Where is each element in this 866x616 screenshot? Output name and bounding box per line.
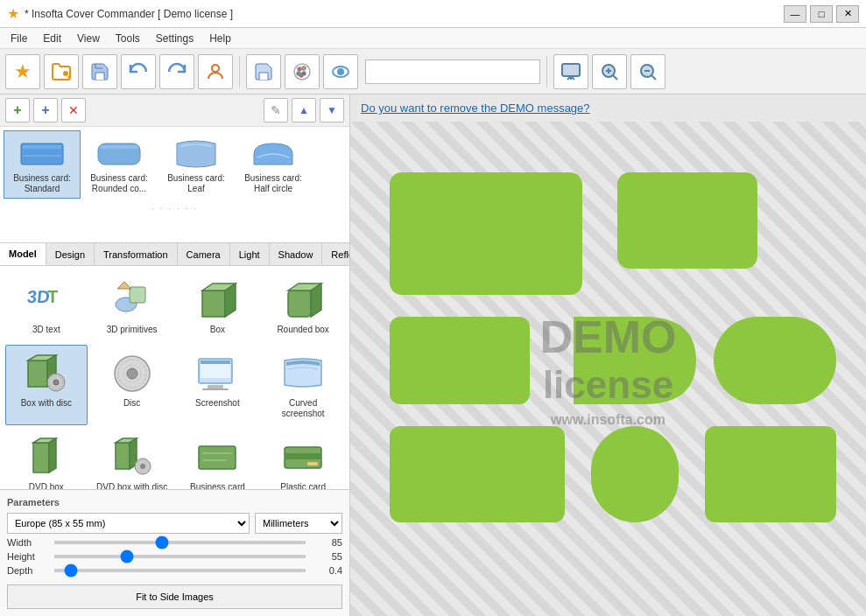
preview-button[interactable] xyxy=(323,54,358,89)
tab-design[interactable]: Design xyxy=(46,243,95,265)
svg-marker-53 xyxy=(49,438,56,472)
template-item-standard[interactable]: Business card: Standard xyxy=(4,130,81,199)
template-label-leaf: Business card: Leaf xyxy=(162,173,230,194)
depth-slider[interactable] xyxy=(54,569,306,572)
model-label-dvdbox: DVD box xyxy=(10,482,83,489)
tab-reflection[interactable]: Reflection xyxy=(322,243,349,265)
zoom-out-button[interactable] xyxy=(630,54,665,89)
open-button[interactable] xyxy=(44,54,79,89)
add-green-button[interactable]: + xyxy=(5,98,30,122)
template-item-halfcircle[interactable]: Business card: Half circle xyxy=(235,130,312,199)
size-select[interactable]: Europe (85 x 55 mm) Standard (90 x 50 mm… xyxy=(7,513,250,534)
unit-select[interactable]: Millimeters Inches Pixels xyxy=(255,513,342,534)
model-label-disc: Disc xyxy=(95,398,169,409)
model-label-dvdboxdisc: DVD box with disc xyxy=(95,482,169,489)
undo-button[interactable] xyxy=(121,54,156,89)
title-bar: ★ * Insofta Cover Commander [ Demo licen… xyxy=(0,0,866,28)
toolbar-separator-2 xyxy=(546,56,547,88)
model-item-dvdbox[interactable]: DVD box xyxy=(5,429,88,489)
redo-button[interactable] xyxy=(159,54,194,89)
fit-to-side-button[interactable]: Fit to Side Images xyxy=(7,584,342,609)
toolbar: ★ xyxy=(0,49,866,94)
menu-settings[interactable]: Settings xyxy=(149,31,201,46)
model-item-roundedbox[interactable]: Rounded box xyxy=(262,271,344,341)
svg-point-10 xyxy=(338,69,343,74)
model-item-disc[interactable]: Disc xyxy=(91,345,173,425)
model-item-bizcard[interactable]: Business card xyxy=(177,429,259,489)
model-item-screenshot[interactable]: Screenshot xyxy=(177,345,259,425)
new-button[interactable]: ★ xyxy=(5,54,40,89)
tab-camera[interactable]: Camera xyxy=(178,243,230,265)
template-item-rounded[interactable]: Business card: Rounded co... xyxy=(81,130,158,199)
svg-point-2 xyxy=(212,65,219,72)
svg-point-40 xyxy=(53,380,59,385)
menu-view[interactable]: View xyxy=(70,31,107,46)
depth-label: Depth xyxy=(7,565,49,576)
model-item-box[interactable]: Box xyxy=(177,271,259,341)
svg-rect-24 xyxy=(100,145,138,149)
template-label-halfcircle: Business card: Half circle xyxy=(239,173,307,194)
minimize-button[interactable]: — xyxy=(784,5,806,23)
width-slider[interactable] xyxy=(54,541,306,544)
menu-file[interactable]: File xyxy=(4,31,34,46)
parameters-panel: Parameters Europe (85 x 55 mm) Standard … xyxy=(0,489,349,616)
save-button[interactable] xyxy=(82,54,117,89)
svg-rect-21 xyxy=(23,145,61,149)
scroll-indicator: · · · · · · xyxy=(0,202,349,215)
svg-rect-51 xyxy=(33,443,49,472)
edit-template-button[interactable]: ✎ xyxy=(264,98,288,122)
move-up-button[interactable]: ▲ xyxy=(292,98,316,122)
close-button[interactable]: ✕ xyxy=(836,5,859,23)
svg-rect-68 xyxy=(714,317,836,404)
model-item-3dtext[interactable]: 3D T 3D text xyxy=(5,271,88,341)
export-button[interactable] xyxy=(553,54,588,89)
model-label-box: Box xyxy=(181,325,255,335)
remove-template-button[interactable]: ✕ xyxy=(61,98,86,122)
preview-area: DEMO license www.insofta.com xyxy=(350,122,866,616)
template-item-leaf[interactable]: Business card: Leaf xyxy=(158,130,235,199)
svg-rect-69 xyxy=(390,426,565,522)
svg-point-5 xyxy=(302,66,306,70)
tab-shadow[interactable]: Shadow xyxy=(270,243,323,265)
toolbar-separator-1 xyxy=(239,56,240,88)
svg-rect-67 xyxy=(390,317,530,404)
model-item-boxdisc[interactable]: Box with disc xyxy=(5,345,88,425)
tab-transformation[interactable]: Transformation xyxy=(95,243,178,265)
title-bar-controls: — □ ✕ xyxy=(784,5,859,23)
tab-model[interactable]: Model xyxy=(0,243,46,265)
svg-marker-29 xyxy=(117,282,131,289)
svg-rect-28 xyxy=(130,287,145,303)
width-row: Width 85 xyxy=(7,537,342,548)
svg-line-19 xyxy=(651,75,656,80)
svg-point-8 xyxy=(299,74,303,77)
template-label-standard: Business card: Standard xyxy=(8,173,76,194)
height-value: 55 xyxy=(311,551,342,562)
save2-button[interactable] xyxy=(246,54,281,89)
svg-rect-30 xyxy=(202,290,225,317)
preview-svg xyxy=(372,155,845,584)
height-row: Height 55 xyxy=(7,551,342,562)
add-blue-button[interactable]: + xyxy=(33,98,58,122)
menu-edit[interactable]: Edit xyxy=(36,31,68,46)
menu-help[interactable]: Help xyxy=(202,31,238,46)
svg-point-4 xyxy=(298,67,301,71)
zoom-in-button[interactable] xyxy=(592,54,627,89)
account-button[interactable] xyxy=(198,54,233,89)
svg-rect-49 xyxy=(208,385,223,388)
demo-link[interactable]: Do you want to remove the DEMO message? xyxy=(350,94,601,122)
move-down-button[interactable]: ▼ xyxy=(320,98,344,122)
height-slider[interactable] xyxy=(54,555,306,558)
maximize-button[interactable]: □ xyxy=(810,5,833,23)
model-item-3dprim[interactable]: 3D primitives xyxy=(91,271,173,341)
model-label-bizcard: Business card xyxy=(181,482,255,489)
menu-tools[interactable]: Tools xyxy=(109,31,147,46)
palette-button[interactable] xyxy=(285,54,320,89)
svg-rect-66 xyxy=(617,172,757,269)
model-item-dvdboxdisc[interactable]: DVD box with disc xyxy=(91,429,173,489)
svg-point-0 xyxy=(63,71,68,76)
model-item-curvedss[interactable]: Curved screenshot xyxy=(262,345,344,425)
search-input[interactable] xyxy=(365,60,540,84)
model-item-plasticcard[interactable]: Plastic card xyxy=(262,429,344,489)
svg-rect-48 xyxy=(201,360,230,364)
tab-light[interactable]: Light xyxy=(230,243,270,265)
